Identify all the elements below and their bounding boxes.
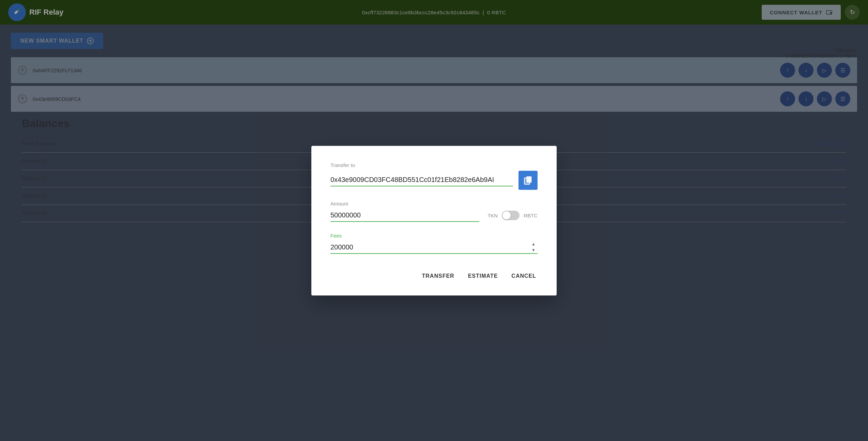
transfer-to-input[interactable] [330, 174, 513, 186]
fees-label: Fees [330, 233, 538, 239]
fees-group: Fees ▲ ▼ [330, 233, 538, 254]
estimate-button[interactable]: ESTIMATE [467, 270, 499, 282]
toggle-knob [502, 211, 511, 219]
amount-input-wrap [330, 209, 479, 222]
rbtc-label: RBTC [524, 213, 538, 218]
amount-group: Amount TKN RBTC [330, 201, 538, 222]
amount-label: Amount [330, 201, 538, 207]
cancel-button[interactable]: CANCEL [510, 270, 538, 282]
tkn-label: TKN [487, 213, 498, 218]
transfer-button[interactable]: TRANSFER [421, 270, 456, 282]
fees-input-wrap: ▲ ▼ [330, 241, 538, 254]
amount-row: TKN RBTC [330, 209, 538, 222]
svg-rect-12 [525, 178, 530, 184]
transfer-modal: Transfer to Amount TK [311, 146, 557, 295]
transfer-to-label: Transfer to [330, 162, 538, 168]
modal-footer: TRANSFER ESTIMATE CANCEL [330, 270, 538, 282]
fees-increment[interactable]: ▲ [529, 241, 538, 247]
modal-overlay: Transfer to Amount TK [0, 0, 868, 441]
clipboard-button[interactable] [518, 171, 538, 190]
currency-toggle[interactable] [502, 211, 520, 220]
fees-spinner: ▲ ▼ [529, 241, 538, 253]
currency-toggle-wrap: TKN RBTC [487, 211, 538, 220]
fees-decrement[interactable]: ▼ [529, 247, 538, 253]
transfer-to-input-row [330, 171, 538, 190]
transfer-to-group: Transfer to [330, 162, 538, 190]
fees-input[interactable] [330, 241, 529, 253]
amount-input[interactable] [330, 209, 479, 222]
